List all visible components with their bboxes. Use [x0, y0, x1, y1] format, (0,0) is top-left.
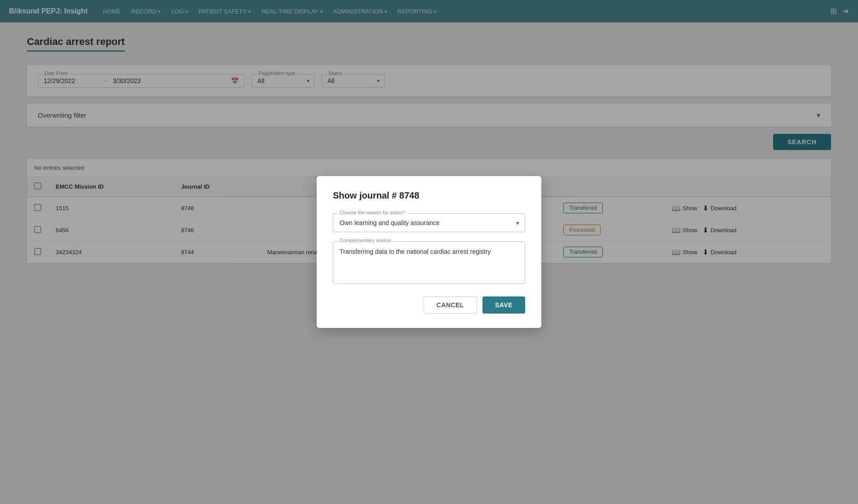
modal-overlay: Show journal # 8748 Choose the reason fo… — [0, 0, 858, 277]
show-journal-modal: Show journal # 8748 Choose the reason fo… — [317, 176, 541, 277]
complementary-reason-label: Complementary reason — [338, 238, 393, 243]
reason-select[interactable]: Choose the reason for action* Own learni… — [333, 213, 525, 232]
complementary-reason-wrapper: Complementary reason — [333, 241, 525, 277]
reason-value: Own learning and quality assurance — [340, 219, 440, 226]
reason-label: Choose the reason for action* — [338, 210, 407, 215]
reason-chevron: ▾ — [516, 220, 519, 226]
complementary-reason-textarea[interactable] — [333, 242, 525, 277]
modal-title: Show journal # 8748 — [333, 190, 525, 201]
